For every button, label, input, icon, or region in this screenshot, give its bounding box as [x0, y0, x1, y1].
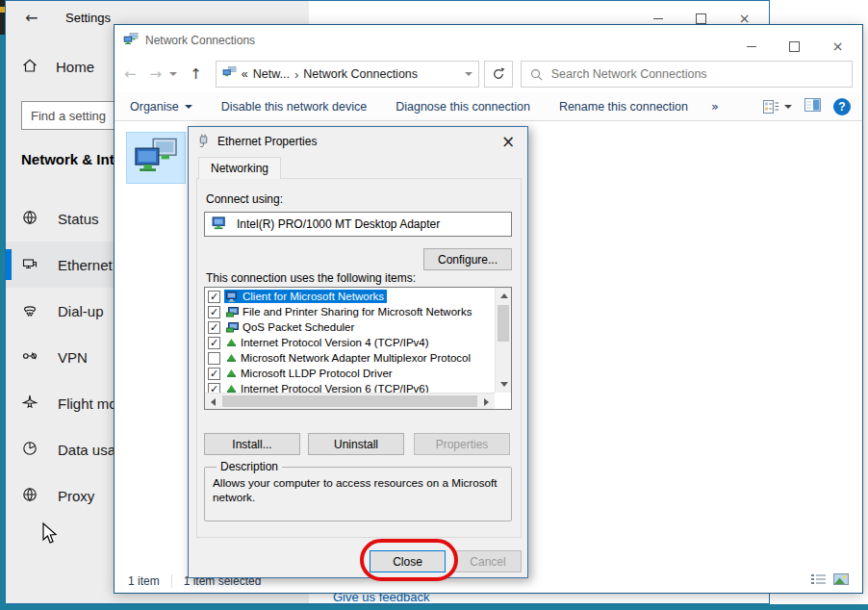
checkmark-icon: ✓: [210, 322, 218, 333]
search-icon: [530, 68, 543, 81]
details-view-icon: [763, 100, 779, 114]
find-a-setting-placeholder: Find a setting: [31, 109, 106, 123]
checkbox[interactable]: [208, 352, 220, 365]
checkmark-icon: ✓: [210, 369, 218, 379]
preview-pane-icon: [804, 98, 821, 112]
checkbox[interactable]: ✓: [208, 306, 220, 318]
checkbox[interactable]: ✓: [208, 337, 220, 349]
list-item-label: Internet Protocol Version 4 (TCP/IPv4): [241, 337, 429, 348]
network-adapter-field: Intel(R) PRO/1000 MT Desktop Adapter: [204, 212, 512, 237]
list-item[interactable]: ✓ Internet Protocol Version 4 (TCP/IPv4): [205, 335, 495, 350]
dialog-close-button[interactable]: ×: [489, 127, 527, 155]
organise-menu-button[interactable]: Organise: [130, 100, 192, 114]
configure-button[interactable]: Configure...: [423, 248, 512, 270]
thumbnail-layout-button[interactable]: [833, 573, 849, 588]
protocol-icon: [226, 353, 237, 363]
checkbox[interactable]: ✓: [208, 291, 220, 303]
qos-service-icon: [226, 322, 239, 333]
list-item[interactable]: ✓ File and Printer Sharing for Microsoft…: [205, 304, 495, 319]
sidebar-item-label: Status: [58, 211, 99, 227]
mouse-cursor: [38, 521, 60, 548]
list-view-icon: [811, 573, 826, 585]
change-view-button[interactable]: [763, 100, 792, 114]
list-item[interactable]: ✓ Microsoft LLDP Protocol Driver: [205, 366, 495, 381]
scrollbar-thumb[interactable]: [222, 395, 477, 407]
checkmark-icon: ✓: [210, 338, 218, 348]
vertical-scrollbar[interactable]: [495, 288, 511, 393]
uninstall-button[interactable]: Uninstall: [308, 433, 404, 455]
airplane-icon: [21, 394, 38, 414]
connect-using-label: Connect using:: [206, 192, 283, 206]
status-icon: [21, 209, 38, 229]
tab-networking[interactable]: Networking: [198, 157, 281, 179]
status-item-count: 1 item: [128, 574, 160, 588]
help-icon: ?: [838, 100, 845, 114]
back-arrow-icon[interactable]: ←: [124, 67, 137, 82]
folder-icon: [222, 65, 237, 83]
scroll-left-icon: [211, 398, 216, 406]
more-commands-button[interactable]: »: [711, 99, 719, 114]
ethernet-plug-icon: [197, 134, 210, 152]
items-caption: This connection uses the following items…: [206, 271, 416, 285]
breadcrumb-separator-icon: ›: [294, 67, 298, 82]
network-connections-icon: [123, 32, 139, 51]
forward-arrow-icon[interactable]: →: [150, 67, 163, 82]
description-text: Allows your computer to access resources…: [213, 475, 503, 504]
home-icon: [21, 57, 38, 77]
breadcrumb[interactable]: « Netw... › Network Connections: [216, 61, 479, 88]
checkmark-icon: ✓: [210, 307, 218, 318]
checkbox[interactable]: ✓: [208, 321, 220, 334]
adapter-name: Intel(R) PRO/1000 MT Desktop Adapter: [237, 217, 440, 231]
up-arrow-icon[interactable]: ↑: [190, 67, 202, 82]
list-item-label: Internet Protocol Version 6 (TCP/IPv6): [241, 383, 429, 393]
vpn-icon: [21, 347, 38, 368]
ethernet-icon: [21, 255, 38, 275]
scroll-right-icon: [484, 398, 489, 406]
protocol-icon: [226, 384, 237, 393]
list-item-label: File and Printer Sharing for Microsoft N…: [243, 306, 472, 318]
horizontal-scrollbar[interactable]: [205, 393, 495, 409]
sidebar-item-label: VPN: [58, 349, 88, 366]
ethernet-connection-item[interactable]: [126, 132, 186, 184]
selected-item-highlight: Client for Microsoft Networks: [224, 290, 387, 303]
explorer-titlebar: Network Connections ×: [115, 25, 862, 56]
rename-connection-button[interactable]: Rename this connection: [559, 100, 688, 114]
refresh-button[interactable]: [484, 61, 513, 88]
close-dialog-button[interactable]: Close: [370, 550, 446, 572]
list-item[interactable]: ✓ Client for Microsoft Networks: [205, 289, 495, 304]
list-item[interactable]: Microsoft Network Adapter Multiplexor Pr…: [205, 350, 495, 366]
ethernet-properties-dialog: Ethernet Properties × Networking Connect…: [188, 126, 528, 578]
thumbnail-view-icon: [833, 573, 849, 585]
dialog-title: Ethernet Properties: [217, 135, 317, 148]
protocol-icon: [226, 338, 237, 347]
list-item-label: Microsoft LLDP Protocol Driver: [241, 368, 393, 379]
cancel-button: Cancel: [454, 550, 522, 572]
disable-network-device-button[interactable]: Disable this network device: [221, 100, 367, 114]
checkbox[interactable]: ✓: [208, 368, 220, 380]
selected-accent-bar: [6, 249, 12, 280]
sidebar-item-home[interactable]: Home: [21, 57, 94, 77]
diagnose-connection-button[interactable]: Diagnose this connection: [396, 100, 530, 114]
address-bar: ← → ↑ « Netw... › Network Connections: [115, 56, 862, 92]
help-button[interactable]: ?: [833, 98, 851, 115]
back-arrow-icon[interactable]: ←: [25, 9, 38, 27]
scrollbar-thumb[interactable]: [498, 305, 509, 342]
address-dropdown-chevron-icon[interactable]: [465, 72, 472, 76]
install-button[interactable]: Install...: [204, 433, 300, 455]
list-item[interactable]: ✓ QoS Packet Scheduler: [205, 319, 495, 335]
sharing-service-icon: [226, 307, 239, 318]
breadcrumb-current[interactable]: Network Connections: [303, 67, 418, 81]
recent-locations-chevron-icon[interactable]: [169, 72, 177, 76]
description-groupbox: Description Allows your computer to acce…: [204, 460, 512, 521]
list-item[interactable]: ✓ Internet Protocol Version 6 (TCP/IPv6): [205, 381, 495, 393]
search-input[interactable]: Search Network Connections: [521, 61, 853, 88]
connection-items-list[interactable]: ✓ Client for Microsoft Networks ✓: [204, 287, 512, 410]
preview-pane-button[interactable]: [804, 98, 821, 114]
dialog-titlebar: Ethernet Properties ×: [189, 127, 527, 155]
description-legend: Description: [217, 460, 282, 473]
breadcrumb-parent[interactable]: Netw...: [253, 67, 290, 81]
checkbox[interactable]: ✓: [208, 383, 220, 394]
list-item-label: Microsoft Network Adapter Multiplexor Pr…: [241, 352, 471, 364]
details-layout-button[interactable]: [811, 573, 826, 588]
adapter-icon: [212, 216, 227, 233]
